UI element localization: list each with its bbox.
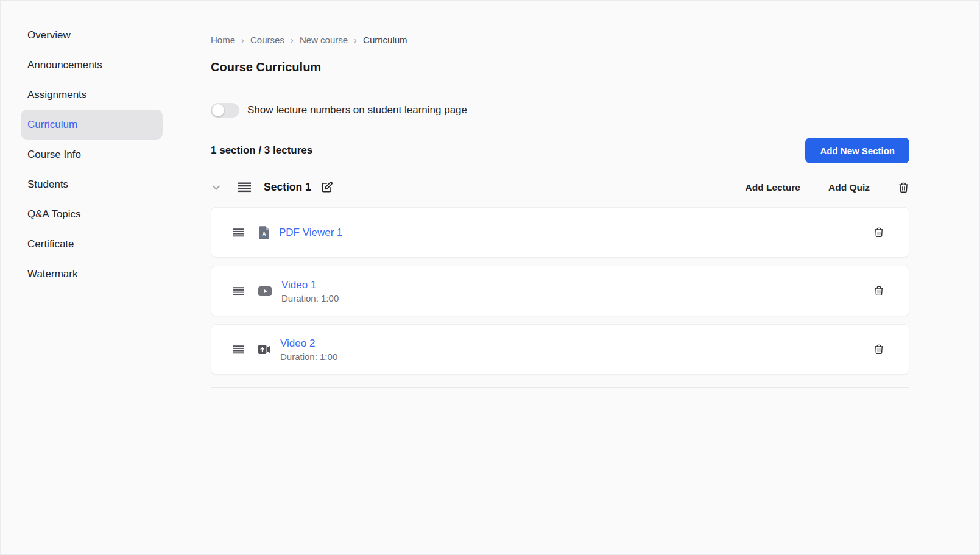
section-header-left: Section 1 — [211, 181, 333, 194]
add-quiz-button[interactable]: Add Quiz — [828, 182, 870, 193]
lecture-drag-handle-icon[interactable] — [233, 228, 244, 237]
lecture-info: Video 2 Duration: 1:00 — [280, 338, 873, 362]
chevron-down-icon[interactable] — [211, 182, 222, 193]
breadcrumb-curriculum: Curriculum — [363, 35, 407, 45]
section-header: Section 1 Add Lecture Add Quiz — [211, 181, 909, 194]
lecture-duration: Duration: 1:00 — [280, 352, 873, 362]
lecture-info: PDF Viewer 1 — [279, 227, 873, 239]
sidebar-item-course-info[interactable]: Course Info — [21, 140, 163, 169]
add-lecture-button[interactable]: Add Lecture — [746, 182, 800, 193]
lecture-title-link[interactable]: PDF Viewer 1 — [279, 227, 343, 239]
sidebar-item-assignments[interactable]: Assignments — [21, 80, 163, 110]
add-new-section-button[interactable]: Add New Section — [805, 138, 909, 163]
lecture-drag-handle-icon[interactable] — [233, 345, 244, 354]
chevron-right-icon: › — [241, 35, 244, 45]
lecture-info: Video 1 Duration: 1:00 — [281, 279, 873, 303]
toggle-knob — [212, 104, 224, 116]
lecture-row: A PDF Viewer 1 — [211, 207, 909, 258]
lecture-numbers-toggle[interactable] — [211, 103, 239, 118]
lecture-row: Video 2 Duration: 1:00 — [211, 324, 909, 375]
section-drag-handle-icon[interactable] — [238, 182, 251, 193]
delete-lecture-trash-icon[interactable] — [873, 344, 884, 355]
breadcrumb-home[interactable]: Home — [211, 35, 235, 45]
course-sidebar: Overview Announcements Assignments Curri… — [1, 1, 191, 554]
breadcrumb-new-course[interactable]: New course — [300, 35, 348, 45]
sidebar-item-qa-topics[interactable]: Q&A Topics — [21, 199, 163, 229]
chevron-right-icon: › — [354, 35, 357, 45]
chevron-right-icon: › — [291, 35, 294, 45]
breadcrumb-courses[interactable]: Courses — [250, 35, 284, 45]
delete-section-trash-icon[interactable] — [898, 182, 909, 194]
section-name: Section 1 — [264, 181, 311, 194]
page-title: Course Curriculum — [211, 60, 909, 74]
sidebar-item-students[interactable]: Students — [21, 169, 163, 199]
app-window: Overview Announcements Assignments Curri… — [0, 0, 980, 555]
summary-row: 1 section / 3 lectures Add New Section — [211, 138, 909, 163]
edit-section-icon[interactable] — [320, 181, 333, 194]
sidebar-item-announcements[interactable]: Announcements — [21, 50, 163, 80]
sidebar-item-certificate[interactable]: Certificate — [21, 229, 163, 259]
sidebar-item-curriculum[interactable]: Curriculum — [21, 110, 163, 140]
toggle-label: Show lecture numbers on student learning… — [247, 104, 467, 116]
curriculum-main: Home › Courses › New course › Curriculum… — [191, 1, 979, 554]
section-lecture-count: 1 section / 3 lectures — [211, 144, 312, 157]
youtube-play-icon — [258, 286, 272, 296]
lecture-row: Video 1 Duration: 1:00 — [211, 266, 909, 316]
lecture-title-link[interactable]: Video 1 — [281, 279, 316, 291]
lecture-duration: Duration: 1:00 — [281, 293, 873, 303]
section-header-actions: Add Lecture Add Quiz — [746, 182, 909, 194]
pdf-file-icon: A — [258, 226, 269, 239]
delete-lecture-trash-icon[interactable] — [873, 227, 884, 238]
lecture-drag-handle-icon[interactable] — [233, 287, 244, 295]
lecture-title-link[interactable]: Video 2 — [280, 338, 315, 350]
delete-lecture-trash-icon[interactable] — [873, 285, 884, 297]
content-divider — [211, 387, 909, 388]
sidebar-item-watermark[interactable]: Watermark — [21, 259, 163, 289]
video-camera-upload-icon — [258, 345, 270, 354]
lecture-numbers-toggle-row: Show lecture numbers on student learning… — [211, 103, 909, 118]
sidebar-item-overview[interactable]: Overview — [21, 20, 163, 50]
breadcrumb: Home › Courses › New course › Curriculum — [211, 35, 909, 45]
svg-text:A: A — [262, 231, 266, 237]
